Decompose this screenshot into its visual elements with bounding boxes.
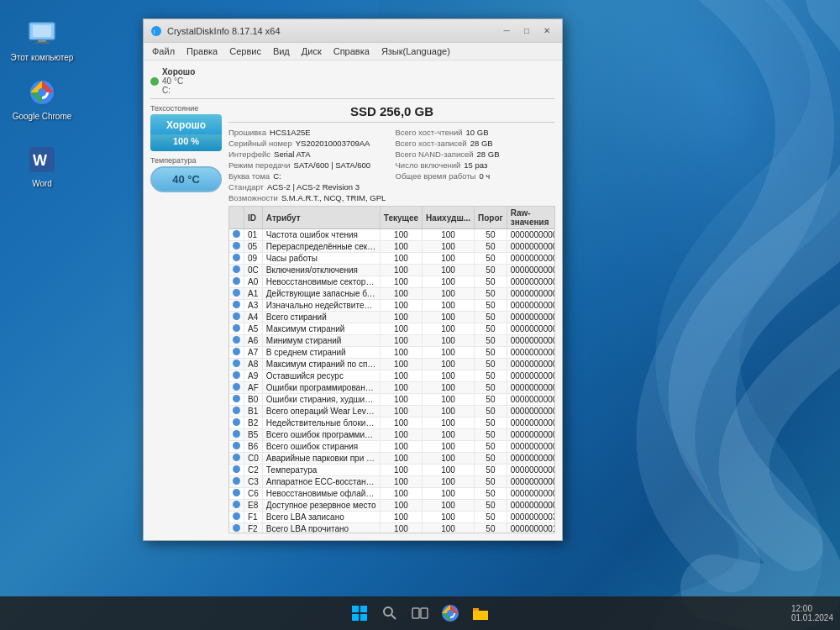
row-worst: 100 (423, 465, 475, 476)
menu-file[interactable]: Файл (147, 45, 180, 58)
system-time: 12:0001.01.2024 (791, 604, 833, 622)
maximize-button[interactable]: □ (518, 24, 535, 39)
row-thresh: 50 (475, 288, 507, 300)
row-attr: Всего LBA записано (262, 512, 380, 523)
window-body: Хорошо 40 °С С: Техсостояние Хорошо 100 … (144, 60, 562, 540)
status-info: Хорошо 40 °С С: (162, 67, 195, 95)
status-dot-icon (233, 430, 240, 438)
row-id: A9 (244, 370, 263, 382)
svg-line-17 (391, 615, 396, 619)
row-dot-cell (229, 465, 244, 476)
svg-rect-2 (33, 25, 51, 37)
desktop-icon-chrome[interactable]: Google Chrome (8, 76, 76, 122)
row-id: AF (244, 382, 263, 394)
row-worst: 100 (423, 382, 475, 394)
table-row: A0 Невосстановимые сектора при чтении/за… (229, 276, 555, 288)
row-thresh: 50 (475, 241, 507, 253)
smart-table-container[interactable]: ID Атрибут Текущее Наихудш... Порог Raw-… (228, 206, 555, 533)
row-attr: Всего LBA прочитано (262, 523, 380, 534)
row-cur: 100 (380, 523, 422, 534)
taskbar-explorer[interactable] (467, 600, 494, 627)
row-attr: Действующие запасные блоки (262, 288, 380, 300)
table-row: A5 Максимум стираний 100 100 50 00000000… (229, 323, 555, 335)
chrome-icon (25, 76, 59, 109)
menu-help[interactable]: Справка (328, 45, 375, 58)
close-button[interactable]: ✕ (538, 24, 555, 39)
left-panel: Техсостояние Хорошо 100 % Температура 40… (150, 104, 222, 533)
row-dot-cell (229, 370, 244, 382)
row-attr: Аварийные парковки при отключении пи... (262, 453, 380, 465)
row-attr: Ошибки программирования, худший шта... (262, 382, 380, 394)
status-dot-icon (233, 360, 240, 367)
menu-edit[interactable]: Правка (181, 45, 223, 58)
row-worst: 100 (423, 300, 475, 312)
menu-view[interactable]: Вид (268, 45, 295, 58)
status-dot-icon (233, 265, 240, 273)
status-dot-icon (233, 383, 240, 391)
row-thresh: 50 (475, 253, 507, 265)
menu-language[interactable]: Язык(Language) (376, 45, 455, 58)
status-dot (150, 77, 159, 86)
row-id: B6 (244, 441, 263, 453)
window-titlebar[interactable]: i CrystalDiskInfo 8.17.14 x64 ─ □ ✕ (144, 19, 562, 43)
status-dot-icon (233, 418, 240, 426)
power-hours-row: Общее время работы0 ч (396, 171, 556, 181)
row-attr: Невосстановимые сектора при чтении/за... (262, 276, 380, 288)
taskbar-chrome[interactable] (437, 600, 464, 627)
status-dot-icon (233, 512, 240, 520)
row-thresh: 50 (475, 229, 507, 241)
row-id: B1 (244, 406, 263, 417)
row-worst: 100 (423, 312, 475, 323)
row-thresh: 50 (475, 276, 507, 288)
table-row: 05 Перераспределённые сектора 100 100 50… (229, 241, 555, 253)
row-thresh: 50 (475, 441, 507, 453)
row-raw: 000000000000 (507, 312, 555, 323)
system-tray: 12:0001.01.2024 (791, 604, 833, 622)
row-id: A8 (244, 359, 263, 370)
row-worst: 100 (423, 512, 475, 523)
features-key: Возможности (228, 193, 278, 202)
standard-row: СтандартACS-2 | ACS-2 Revision 3 (228, 182, 555, 192)
row-id: A1 (244, 288, 263, 300)
row-cur: 100 (380, 347, 422, 359)
row-dot-cell (229, 476, 244, 488)
row-thresh: 50 (475, 394, 507, 406)
status-dot-icon (233, 442, 240, 449)
desktop-icon-word[interactable]: W Word (8, 143, 76, 189)
row-attr: Изначально недействительные блоки (262, 300, 380, 312)
minimize-button[interactable]: ─ (498, 24, 515, 39)
row-dot-cell (229, 253, 244, 265)
row-id: C0 (244, 453, 263, 465)
menu-disk[interactable]: Диск (297, 45, 327, 58)
row-thresh: 50 (475, 370, 507, 382)
row-dot-cell (229, 453, 244, 465)
table-row: B5 Всего ошибок программирования 100 100… (229, 429, 555, 441)
row-attr: Всего ошибок стирания (262, 441, 380, 453)
col-id: ID (244, 207, 263, 229)
menu-service[interactable]: Сервис (224, 45, 266, 58)
row-cur: 100 (380, 441, 422, 453)
row-worst: 100 (423, 394, 475, 406)
svg-point-7 (38, 88, 46, 97)
transfer-row: Режим передачиSATA/600 | SATA/600 (228, 160, 389, 170)
row-id: E8 (244, 500, 263, 512)
interface-key: Интерфейс (228, 150, 270, 159)
row-id: B0 (244, 394, 263, 406)
desktop-icon-computer[interactable]: Этот компьютер (8, 17, 76, 63)
menu-bar: Файл Правка Сервис Вид Диск Справка Язык… (144, 43, 562, 60)
taskview-button[interactable] (407, 600, 433, 627)
drive-letter-val: C: (273, 171, 281, 181)
row-attr: Минимум стираний (262, 335, 380, 347)
row-id: 05 (244, 241, 263, 253)
start-button[interactable] (346, 600, 373, 627)
search-button[interactable] (376, 600, 403, 627)
tech-state-label: Техсостояние (150, 104, 222, 113)
window-controls: ─ □ ✕ (498, 24, 555, 39)
firmware-val: HCS1A25E (270, 128, 311, 137)
interface-val: Serial ATA (274, 150, 310, 159)
row-dot-cell (229, 417, 244, 429)
row-worst: 100 (423, 323, 475, 335)
row-id: A7 (244, 347, 263, 359)
row-raw: 000000000000 (507, 241, 555, 253)
row-worst: 100 (423, 347, 475, 359)
